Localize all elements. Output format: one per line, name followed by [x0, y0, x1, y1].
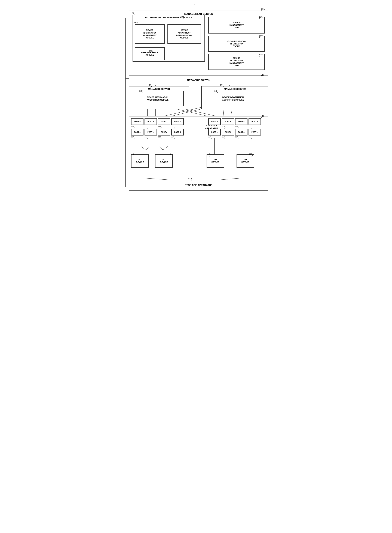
io-device-a-label: I/O DEVICE [136, 158, 144, 164]
dev-info-acq-a-box: DEVICE INFORMATION ACQUISITION MODULE [132, 91, 184, 106]
ref-105-tick: ↗ [151, 52, 153, 54]
port-a-label: PORT a [134, 131, 140, 133]
port-g-label: PORT g [238, 131, 245, 133]
port-5-label: PORT 5 [225, 120, 231, 123]
ref-114-e-tick: ↗ [211, 137, 212, 139]
dev-info-acq-b-box: DEVICE INFORMATION ACQUISITION MODULE [204, 91, 262, 106]
ref-114-g-tick: ↗ [238, 137, 239, 139]
ref-114-c-tick: ↗ [160, 137, 162, 139]
svg-line-16 [146, 147, 150, 150]
storage-apparatus-label: STORAGE APPARATUS [185, 184, 212, 187]
device-info-mgmt-module-box: DEVICE INFORMATION MANAGEMENT MODULE [135, 24, 165, 44]
ref-115b-tick: ↗ [170, 155, 171, 157]
port-d-label: PORT d [174, 131, 181, 133]
port-g-box: PORT g [235, 129, 247, 135]
ref-114-h-tick: ↗ [251, 137, 252, 139]
io-device-b-label: I/O DEVICE [160, 158, 168, 164]
port-6-label: PORT 6 [238, 120, 244, 123]
port-0-box: PORT 0 [131, 118, 144, 125]
port-b-box: PORT b [145, 129, 157, 135]
port-7-label: PORT 7 [252, 120, 258, 123]
dev-info-acq-a-label: DEVICE INFORMATION ACQUISITION MODULE [147, 96, 168, 101]
server-mgmt-table-label: SERVER MANAGEMENT TABLE [229, 21, 244, 29]
ref-110-tick: ↗ [260, 75, 262, 78]
ref-111b-tick: ↗ [222, 86, 224, 88]
diagram-title: 1 [194, 4, 196, 7]
server-mgmt-table-box: SERVER MANAGEMENT TABLE [208, 17, 265, 33]
storage-apparatus-box: STORAGE APPARATUS [129, 180, 268, 190]
port-3-box: PORT 3 [171, 118, 184, 125]
ref-115a-tick: ↗ [133, 155, 134, 157]
ref-111a-tick: ↗ [150, 86, 152, 88]
io-config-info-table-label: I/O CONFIGURATION INFORMATION TABLE [227, 40, 246, 48]
port-a-box: PORT a [131, 129, 144, 135]
ref-114-a-tick: ↗ [134, 137, 135, 139]
port-b-label: PORT b [148, 131, 154, 133]
port-3-label: PORT 3 [174, 120, 181, 123]
ref-108-tick: ↗ [259, 55, 260, 57]
port-1-box: PORT 1 [145, 118, 157, 125]
dev-info-acq-b-label: DEVICE INFORMATION ACQUISITION MODULE [222, 96, 244, 101]
svg-line-19 [163, 147, 168, 150]
diagram: 1 [120, 4, 272, 215]
ref-120a-tick: ↗ [142, 91, 144, 94]
ref-115d-tick: ↗ [251, 155, 253, 157]
io-config-mgmt-label: I/O CONFIGURATION MANAGEMENT MODULE [145, 16, 192, 19]
ref-106-tick: ↗ [259, 17, 260, 20]
device-info-mgmt-table-box: DEVICE INFORMATION MANAGEMENT TABLE [208, 54, 265, 70]
svg-line-18 [159, 147, 163, 150]
port-6-box: PORT 6 [235, 118, 247, 125]
port-f-box: PORT f [222, 129, 234, 135]
port-5-box: PORT 5 [222, 118, 234, 125]
port-c-box: PORT c [158, 129, 170, 135]
port-4-label: PORT 4 [211, 120, 218, 123]
svg-line-15 [141, 147, 146, 150]
io-device-d-label: I/O DEVICE [242, 158, 249, 164]
port-h-label: PORT h [252, 131, 258, 133]
ref-114-b-tick: ↗ [147, 137, 148, 139]
user-interface-module-box: USER INTERFACE MODULE [135, 47, 165, 60]
port-0-label: PORT 0 [134, 120, 140, 123]
device-assign-det-module-label: DEVICE ASSIGNMENT DETERMINATION MODULE [176, 29, 192, 39]
port-d-box: PORT d [171, 129, 184, 135]
ref-120b-tick: ↗ [216, 91, 218, 94]
port-2-box: PORT 2 [158, 118, 170, 125]
ref-114-d-tick: ↗ [174, 137, 175, 139]
ref-104-tick: ↗ [183, 17, 185, 20]
port-4-box: PORT 4 [208, 118, 221, 125]
port-f-label: PORT f [225, 131, 231, 133]
device-info-mgmt-module-label: DEVICE INFORMATION MANAGEMENT MODULE [143, 29, 157, 39]
io-device-c-label: I/O DEVICE [211, 158, 219, 164]
network-switch-label: NETWORK SWITCH [187, 79, 210, 82]
port-e-box: PORT e [208, 129, 221, 135]
port-c-label: PORT c [161, 131, 167, 133]
port-7-box: PORT 7 [248, 118, 261, 125]
ref-115c-tick: ↗ [209, 155, 210, 157]
port-2-label: PORT 2 [161, 120, 167, 123]
device-assign-det-module-box: DEVICE ASSIGNMENT DETERMINATION MODULE [168, 24, 201, 44]
managed-server-b-label: MANAGED SERVER [224, 87, 246, 91]
ref-114-f-tick: ↗ [224, 137, 226, 139]
port-e-label: PORT e [211, 131, 218, 133]
port-1-label: PORT 1 [148, 120, 154, 123]
ref-107-tick: ↗ [259, 37, 260, 39]
port-h-box: PORT h [248, 129, 261, 135]
io-config-info-table-box: I/O CONFIGURATION INFORMATION TABLE [208, 36, 265, 52]
device-info-mgmt-table-label: DEVICE INFORMATION MANAGEMENT TABLE [229, 57, 244, 67]
ref-116-tick: ↗ [191, 180, 192, 182]
